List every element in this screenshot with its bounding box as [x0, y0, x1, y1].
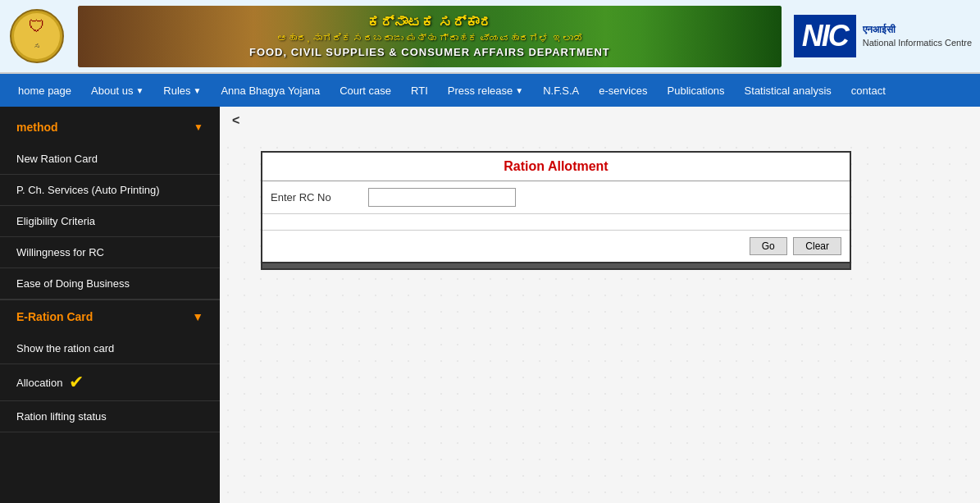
- svg-text:ಸ: ಸ: [34, 43, 41, 50]
- nav-home[interactable]: home page: [8, 74, 81, 107]
- sidebar-item-ration-lifting[interactable]: Ration lifting status: [0, 401, 220, 432]
- press-arrow: ▼: [515, 86, 523, 95]
- nav-rules[interactable]: Rules ▼: [153, 74, 211, 107]
- nav-eservices[interactable]: e-services: [589, 74, 657, 107]
- nic-logo: NIC एनआईसी National Informatics Centre: [794, 15, 972, 57]
- svg-text:🛡: 🛡: [29, 17, 45, 35]
- clear-button[interactable]: Clear: [793, 237, 841, 255]
- e-ration-arrow-icon: ▼: [192, 310, 203, 323]
- empty-row: [262, 214, 850, 231]
- form-buttons-row: Go Clear: [262, 231, 850, 263]
- show-ration-label: Show the ration card: [16, 342, 114, 354]
- state-emblem: 🛡 ಸ: [8, 7, 66, 65]
- willingness-label: Willingness for RC: [16, 246, 104, 258]
- main-navbar: home page About us ▼ Rules ▼ Anna Bhagya…: [0, 74, 980, 107]
- method-arrow-icon: ▼: [194, 121, 203, 133]
- content-area: < Ration Allotment Enter RC No: [220, 107, 980, 503]
- form-dark-bar: [262, 263, 850, 269]
- sidebar-item-willingness[interactable]: Willingness for RC: [0, 237, 220, 268]
- main-container: method ▼ New Ration Card P. Ch. Services…: [0, 107, 980, 503]
- nav-press[interactable]: Press release ▼: [438, 74, 533, 107]
- pch-label: P. Ch. Services (Auto Printing): [16, 184, 160, 196]
- sidebar-item-ease[interactable]: Ease of Doing Business: [0, 268, 220, 300]
- method-label: method: [16, 121, 58, 134]
- sidebar: method ▼ New Ration Card P. Ch. Services…: [0, 107, 220, 503]
- form-container: Ration Allotment Enter RC No Go: [261, 151, 939, 270]
- nic-acronym: NIC: [794, 15, 856, 57]
- nic-fullname: एनआईसी National Informatics Centre: [863, 23, 972, 49]
- allocation-check-icon: ✔: [69, 373, 84, 391]
- rules-arrow: ▼: [194, 86, 202, 95]
- nav-publications[interactable]: Publications: [658, 74, 735, 107]
- sidebar-item-pch[interactable]: P. Ch. Services (Auto Printing): [0, 175, 220, 206]
- allocation-label: Allocation: [16, 377, 62, 389]
- nav-rti[interactable]: RTI: [401, 74, 438, 107]
- nav-contact[interactable]: contact: [841, 74, 896, 107]
- kannada-title: ಕರ್ನಾಟಕ ಸರ್ಕಾರ: [249, 15, 610, 31]
- rc-no-input[interactable]: [368, 188, 516, 207]
- rc-no-row: Enter RC No: [262, 181, 850, 214]
- nav-stats[interactable]: Statistical analysis: [735, 74, 841, 107]
- new-ration-label: New Ration Card: [16, 153, 98, 165]
- ration-lifting-label: Ration lifting status: [16, 410, 107, 423]
- sidebar-item-new-ration[interactable]: New Ration Card: [0, 144, 220, 175]
- sidebar-method-header[interactable]: method ▼: [0, 111, 220, 144]
- rc-no-label: Enter RC No: [271, 191, 331, 203]
- sidebar-item-allocation[interactable]: Allocation ✔: [0, 364, 220, 401]
- english-dept-title: FOOD, CIVIL SUPPLIES & CONSUMER AFFAIRS …: [249, 46, 610, 58]
- form-title: Ration Allotment: [504, 159, 608, 173]
- e-ration-label: E-Ration Card: [16, 310, 93, 323]
- back-arrow[interactable]: <: [220, 107, 980, 135]
- nav-court[interactable]: Court case: [330, 74, 401, 107]
- sidebar-item-show-ration[interactable]: Show the ration card: [0, 333, 220, 364]
- nav-nfsa[interactable]: N.F.S.A: [533, 74, 589, 107]
- go-button[interactable]: Go: [750, 237, 787, 255]
- nav-anna[interactable]: Anna Bhagya Yojana: [211, 74, 330, 107]
- ration-allotment-table: Ration Allotment Enter RC No Go: [261, 151, 851, 270]
- ease-label: Ease of Doing Business: [16, 277, 130, 290]
- eligibility-label: Eligibility Criteria: [16, 215, 95, 227]
- form-title-row: Ration Allotment: [262, 152, 850, 181]
- header-banner: ಕರ್ನಾಟಕ ಸರ್ಕಾರ ಆಹಾರ, ನಾಗರಿಕ ಸರಬರಾಜು ಮತ್ತ…: [78, 6, 782, 67]
- kannada-subtitle: ಆಹಾರ, ನಾಗರಿಕ ಸರಬರಾಜು ಮತ್ತು ಗ್ರಾಹಕ ವ್ಯವಹಾ…: [249, 33, 610, 44]
- nav-about[interactable]: About us ▼: [81, 74, 153, 107]
- sidebar-item-eligibility[interactable]: Eligibility Criteria: [0, 206, 220, 237]
- about-arrow: ▼: [135, 86, 144, 95]
- page-header: 🛡 ಸ ಕರ್ನಾಟಕ ಸರ್ಕಾರ ಆಹಾರ, ನಾಗರಿಕ ಸರಬರಾಜು …: [0, 0, 980, 74]
- sidebar-e-ration-header[interactable]: E-Ration Card ▼: [0, 300, 220, 333]
